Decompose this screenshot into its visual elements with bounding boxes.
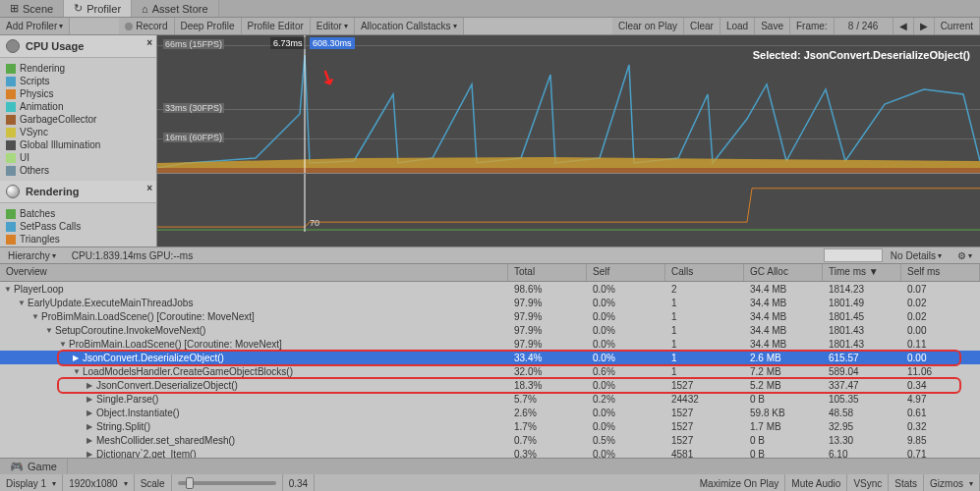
cell-self: 0.0% <box>587 284 665 295</box>
table-row[interactable]: ▶String.Split()1.7%0.0%15271.7 MB32.950.… <box>0 419 980 433</box>
alloc-callstacks-dropdown[interactable]: Allocation Callstacks▾ <box>355 18 464 34</box>
frame-counter: 8 / 246 <box>835 18 894 34</box>
cell-total: 97.9% <box>508 339 587 350</box>
table-row[interactable]: ▶MeshCollider.set_sharedMesh()0.7%0.5%15… <box>0 433 980 447</box>
save-button[interactable]: Save <box>755 18 790 34</box>
vsync-button[interactable]: VSync <box>847 474 889 491</box>
cell-time: 337.47 <box>823 380 901 391</box>
game-icon: 🎮 <box>10 461 24 473</box>
col-self[interactable]: Self <box>587 264 665 281</box>
cpu-usage-section[interactable]: CPU Usage × <box>0 35 156 58</box>
tree-arrow-icon[interactable]: ▶ <box>86 436 96 445</box>
tree-arrow-icon[interactable]: ▼ <box>31 312 41 321</box>
tree-arrow-icon[interactable]: ▶ <box>86 409 96 417</box>
legend-color-swatch <box>6 222 16 232</box>
table-row[interactable]: ▼ProBimMain.LoadScene() [Coroutine: Move… <box>0 309 980 323</box>
scale-value: 0.34 <box>283 474 315 491</box>
profile-editor-button[interactable]: Profile Editor <box>242 18 311 34</box>
tree-arrow-icon[interactable]: ▼ <box>73 367 83 376</box>
cell-total: 97.9% <box>508 311 587 322</box>
mute-audio-button[interactable]: Mute Audio <box>785 474 847 491</box>
legend-item[interactable]: Global Illumination <box>6 138 150 151</box>
table-row[interactable]: ▶JsonConvert.DeserializeObject()33.4%0.0… <box>0 351 980 364</box>
legend-item[interactable]: Scripts <box>6 75 150 87</box>
no-details-dropdown[interactable]: No Details▾ <box>883 249 950 262</box>
tree-arrow-icon[interactable]: ▼ <box>4 285 14 294</box>
record-button[interactable]: Record <box>119 18 174 34</box>
table-row[interactable]: ▼PlayerLoop98.6%0.0%234.4 MB1814.230.07 <box>0 282 980 296</box>
cell-total: 2.6% <box>508 408 587 418</box>
table-row[interactable]: ▶JsonConvert.DeserializeObject()18.3%0.0… <box>0 378 980 392</box>
gizmos-dropdown[interactable]: Gizmos▾ <box>924 474 980 491</box>
legend-item[interactable]: UI <box>6 151 150 164</box>
table-row[interactable]: ▼SetupCoroutine.InvokeMoveNext()97.9%0.0… <box>0 323 980 337</box>
editor-dropdown[interactable]: Editor▾ <box>311 18 355 34</box>
cell-calls: 1527 <box>665 421 744 432</box>
load-button[interactable]: Load <box>721 18 755 34</box>
row-name: ProBimMain.LoadScene() [Coroutine: MoveN… <box>69 339 282 350</box>
legend-label: Batches <box>20 208 55 219</box>
table-row[interactable]: ▼LoadModelsHandler.CreateGameObjectBlock… <box>0 364 980 378</box>
legend-color-swatch <box>6 166 16 176</box>
cell-self: 0.0% <box>587 298 665 308</box>
tab-asset-store[interactable]: ⌂Asset Store <box>132 0 219 17</box>
search-input[interactable] <box>824 248 883 262</box>
tree-arrow-icon[interactable]: ▼ <box>59 340 69 349</box>
table-row[interactable]: ▶Single.Parse()5.7%0.2%244320 B105.354.9… <box>0 392 980 406</box>
close-icon[interactable]: × <box>146 183 152 193</box>
clear-on-play-button[interactable]: Clear on Play <box>612 18 684 34</box>
col-overview[interactable]: Overview <box>0 264 508 281</box>
maximize-on-play-button[interactable]: Maximize On Play <box>694 474 786 491</box>
tree-arrow-icon[interactable]: ▶ <box>86 395 96 404</box>
current-button[interactable]: Current <box>935 18 980 34</box>
legend-item[interactable]: VSync <box>6 126 150 138</box>
cell-calls: 24432 <box>665 394 744 405</box>
table-row[interactable]: ▼EarlyUpdate.ExecuteMainThreadJobs97.9%0… <box>0 296 980 309</box>
col-gc-alloc[interactable]: GC Alloc <box>744 264 823 281</box>
tree-arrow-icon[interactable]: ▼ <box>18 299 28 307</box>
cpu-icon <box>6 39 20 53</box>
cell-calls: 1 <box>665 353 744 363</box>
clear-button[interactable]: Clear <box>684 18 721 34</box>
col-total[interactable]: Total <box>508 264 587 281</box>
col-calls[interactable]: Calls <box>665 264 744 281</box>
scale-slider[interactable] <box>172 474 283 491</box>
tab-scene[interactable]: ⊞Scene <box>0 0 64 17</box>
legend-item[interactable]: Animation <box>6 100 150 113</box>
prev-frame-button[interactable]: ◀ <box>894 18 914 34</box>
next-frame-button[interactable]: ▶ <box>914 18 935 34</box>
legend-item[interactable]: Physics <box>6 87 150 100</box>
legend-item[interactable]: GarbageCollector <box>6 113 150 126</box>
row-name: Single.Parse() <box>96 394 158 405</box>
tree-arrow-icon[interactable]: ▶ <box>86 422 96 431</box>
tab-profiler[interactable]: ↻Profiler <box>64 0 132 17</box>
rendering-section[interactable]: Rendering × <box>0 181 156 203</box>
resolution-dropdown[interactable]: 1920x1080▾ <box>63 474 135 491</box>
add-profiler-button[interactable]: Add Profiler▾ <box>0 18 70 34</box>
cell-self: 0.6% <box>587 366 665 377</box>
col-time-ms[interactable]: Time ms ▼ <box>823 264 901 281</box>
table-row[interactable]: ▼ProBimMain.LoadScene() [Coroutine: Move… <box>0 337 980 351</box>
deep-profile-button[interactable]: Deep Profile <box>175 18 242 34</box>
table-row[interactable]: ▶Object.Instantiate()2.6%0.0%152759.8 KB… <box>0 406 980 419</box>
display-dropdown[interactable]: Display 1▾ <box>0 474 63 491</box>
tree-arrow-icon[interactable]: ▶ <box>73 354 83 362</box>
cell-self: 0.0% <box>587 408 665 418</box>
tree-arrow-icon[interactable]: ▶ <box>86 381 96 390</box>
legend-item[interactable]: Triangles <box>6 233 150 246</box>
legend-item[interactable]: Batches <box>6 207 150 220</box>
stats-button[interactable]: Stats <box>889 474 924 491</box>
col-self-ms[interactable]: Self ms <box>901 264 980 281</box>
legend-item[interactable]: Others <box>6 164 150 177</box>
row-name: MeshCollider.set_sharedMesh() <box>96 435 235 446</box>
legend-item[interactable]: Rendering <box>6 62 150 75</box>
profiler-graph[interactable]: 66ms (15FPS) 33ms (30FPS) 16ms (60FPS) 6… <box>157 35 980 246</box>
gear-icon[interactable]: ⚙▾ <box>950 249 980 262</box>
legend-item[interactable]: SetPass Calls <box>6 220 150 233</box>
cell-selfms: 0.32 <box>901 421 980 432</box>
fps-label-15: 66ms (15FPS) <box>163 39 224 49</box>
tree-arrow-icon[interactable]: ▼ <box>45 326 55 335</box>
close-icon[interactable]: × <box>146 37 152 48</box>
tab-game[interactable]: 🎮Game <box>0 459 68 474</box>
hierarchy-dropdown[interactable]: Hierarchy▾ <box>0 247 64 263</box>
